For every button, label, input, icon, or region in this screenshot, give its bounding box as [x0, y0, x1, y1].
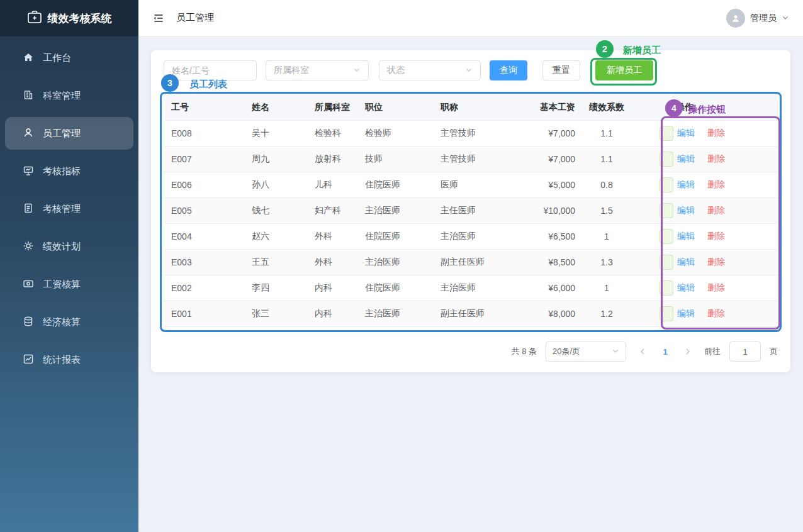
- pagination: 共 8 条 20条/页 1 前往 页: [164, 341, 778, 362]
- main-area: 员工管理 管理员 所属科室 状态: [138, 0, 803, 532]
- status-tag: [660, 203, 673, 218]
- status-tag: [660, 306, 673, 321]
- content: 所属科室 状态 查询 重置 新增员工 工号: [138, 36, 803, 532]
- edit-link[interactable]: 编辑: [677, 231, 695, 242]
- edit-link[interactable]: 编辑: [677, 153, 695, 165]
- delete-link[interactable]: 删除: [707, 128, 725, 139]
- gear-icon: [23, 240, 34, 253]
- goto-label: 前往: [704, 346, 721, 357]
- sidebar-item-indicators[interactable]: 考核指标: [5, 155, 133, 187]
- delete-link[interactable]: 删除: [707, 179, 725, 191]
- table-row: E005 钱七 妇产科 主治医师 主任医师 ¥10,000 1.5 编辑删除: [164, 198, 778, 224]
- department-select[interactable]: 所属科室: [266, 60, 369, 80]
- username: 管理员: [750, 13, 777, 24]
- status-tag: [660, 229, 673, 244]
- filter-bar: 所属科室 状态 查询 重置 新增员工: [164, 60, 778, 80]
- chevron-down-icon: [782, 13, 789, 23]
- goto-page-input[interactable]: [729, 341, 761, 362]
- edit-link[interactable]: 编辑: [677, 128, 695, 139]
- reset-button[interactable]: 重置: [542, 60, 580, 80]
- chevron-down-icon: [465, 65, 473, 75]
- board-icon: [23, 165, 34, 178]
- delete-link[interactable]: 删除: [707, 257, 725, 268]
- table-row: E006 孙八 儿科 住院医师 医师 ¥5,000 0.8 编辑删除: [164, 172, 778, 198]
- prev-page-icon[interactable]: [635, 341, 650, 362]
- page-size-select[interactable]: 20条/页: [546, 341, 626, 362]
- page-title: 员工管理: [176, 12, 214, 24]
- salary-icon: [23, 278, 34, 291]
- user-menu[interactable]: 管理员: [726, 9, 789, 28]
- table-row: E001 张三 内科 主治医师 副主任医师 ¥8,000 1.2 编辑删除: [164, 301, 778, 327]
- keyword-input[interactable]: [164, 60, 257, 80]
- sidebar-item-departments[interactable]: 科室管理: [5, 79, 133, 112]
- table-row: E002 李四 内科 住院医师 主治医师 ¥6,000 1 编辑删除: [164, 275, 778, 301]
- user-icon: [23, 127, 34, 140]
- employee-card: 所属科室 状态 查询 重置 新增员工 工号: [151, 50, 790, 372]
- app-title: 绩效考核系统: [48, 11, 112, 26]
- table-row: E004 赵六 外科 住院医师 主治医师 ¥6,500 1 编辑删除: [164, 224, 778, 250]
- app-logo: 绩效考核系统: [0, 0, 138, 36]
- home-icon: [23, 52, 34, 65]
- search-button[interactable]: 查询: [490, 60, 527, 80]
- avatar: [726, 9, 745, 28]
- add-employee-button[interactable]: 新增员工: [595, 60, 653, 80]
- chart-icon: [23, 353, 34, 367]
- sidebar: 绩效考核系统 工作台 科室管理 员工管理 考核指标: [0, 0, 138, 532]
- employee-table: 工号 姓名 所属科室 职位 职称 基本工资 绩效系数 操作 E008 吴十 检验…: [164, 94, 778, 327]
- edit-link[interactable]: 编辑: [677, 205, 695, 216]
- database-icon: [23, 316, 34, 329]
- delete-link[interactable]: 删除: [707, 282, 725, 294]
- sidebar-fold-icon[interactable]: [152, 12, 165, 25]
- edit-link[interactable]: 编辑: [677, 282, 695, 294]
- topbar: 员工管理 管理员: [138, 0, 803, 36]
- sidebar-item-employees[interactable]: 员工管理: [5, 117, 133, 150]
- chevron-down-icon: [612, 347, 619, 357]
- delete-link[interactable]: 删除: [707, 153, 725, 165]
- table-row: E007 周九 放射科 技师 主管技师 ¥7,000 1.1 编辑删除: [164, 147, 778, 172]
- chevron-down-icon: [353, 65, 361, 75]
- page-unit: 页: [770, 346, 778, 357]
- edit-link[interactable]: 编辑: [677, 179, 695, 191]
- delete-link[interactable]: 删除: [707, 308, 725, 319]
- status-select[interactable]: 状态: [379, 60, 481, 80]
- delete-link[interactable]: 删除: [707, 231, 725, 242]
- next-page-icon[interactable]: [680, 341, 695, 362]
- sidebar-item-payroll[interactable]: 工资核算: [5, 268, 133, 301]
- delete-link[interactable]: 删除: [707, 205, 725, 216]
- sidebar-menu: 工作台 科室管理 员工管理 考核指标 考核管理: [0, 36, 138, 381]
- sidebar-item-workbench[interactable]: 工作台: [5, 42, 133, 74]
- table-row: E003 王五 外科 主治医师 副主任医师 ¥8,500 1.3 编辑删除: [164, 250, 778, 275]
- status-tag: [660, 280, 673, 296]
- sidebar-item-assessments[interactable]: 考核管理: [5, 192, 133, 225]
- building-icon: [23, 89, 34, 103]
- status-tag: [660, 177, 673, 192]
- status-tag: [660, 152, 673, 167]
- medical-kit-icon: [27, 10, 42, 27]
- edit-link[interactable]: 编辑: [677, 308, 695, 319]
- pagination-total: 共 8 条: [512, 346, 537, 357]
- status-tag: [660, 126, 673, 141]
- table-row: E008 吴十 检验科 检验师 主管技师 ¥7,000 1.1 编辑删除: [164, 121, 778, 147]
- page-number[interactable]: 1: [659, 347, 671, 357]
- sidebar-item-plans[interactable]: 绩效计划: [5, 230, 133, 263]
- sidebar-item-economics[interactable]: 经济核算: [5, 306, 133, 338]
- document-icon: [23, 202, 34, 216]
- edit-link[interactable]: 编辑: [677, 257, 695, 268]
- status-tag: [660, 255, 673, 270]
- table-header-row: 工号 姓名 所属科室 职位 职称 基本工资 绩效系数 操作: [164, 94, 778, 121]
- sidebar-item-reports[interactable]: 统计报表: [5, 343, 133, 376]
